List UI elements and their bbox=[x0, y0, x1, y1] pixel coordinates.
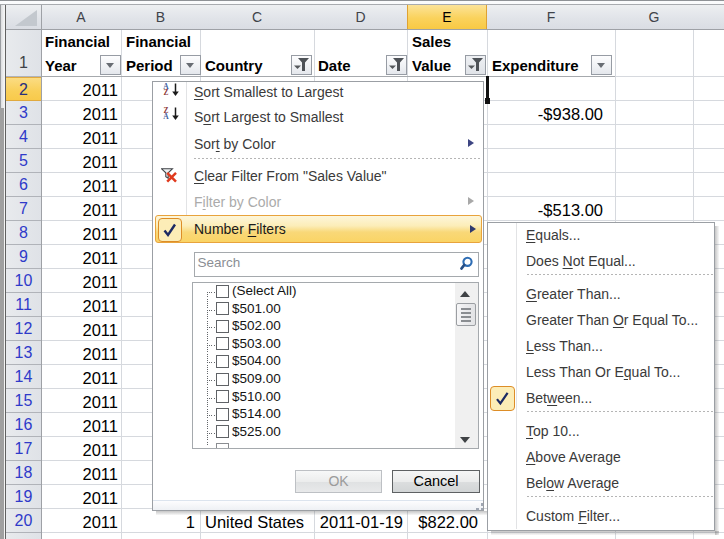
svg-text:Z: Z bbox=[164, 88, 169, 96]
svg-text:A: A bbox=[163, 112, 169, 120]
